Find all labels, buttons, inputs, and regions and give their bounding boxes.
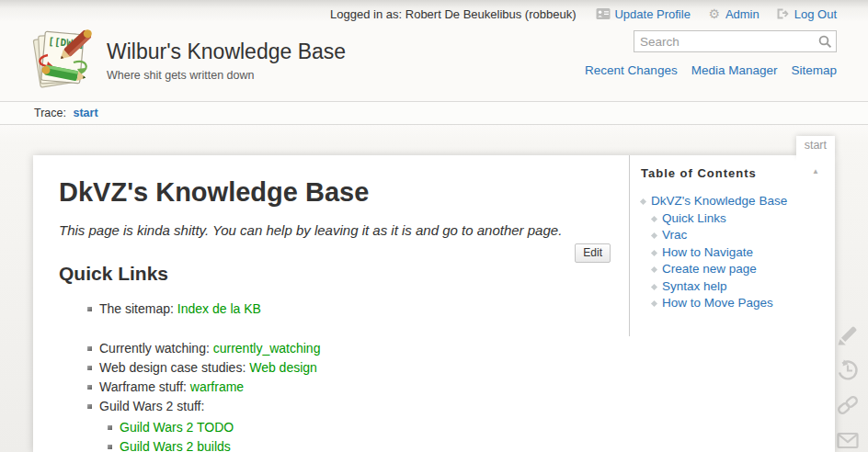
edit-pencil-icon[interactable] [836, 323, 860, 347]
nav-recent-changes[interactable]: Recent Changes [585, 63, 678, 77]
intro-text: This page is kinda shitty. You can help … [59, 222, 611, 238]
backlinks-icon[interactable] [836, 393, 860, 417]
search-icon[interactable] [818, 35, 832, 49]
toc-link-create-new-page[interactable]: Create new page [662, 262, 757, 276]
square-bullet-icon [87, 346, 92, 351]
toc-link-dkvz-kb[interactable]: DkVZ's Knowledge Base [651, 194, 787, 208]
link-web-design[interactable]: Web design [249, 360, 317, 375]
toc-link-how-to-move-pages[interactable]: How to Move Pages [662, 296, 773, 310]
tab-row: start [33, 136, 835, 155]
list-item: Web design case studies: Web design [87, 357, 611, 377]
nav-sitemap[interactable]: Sitemap [791, 63, 837, 77]
link-gw2-builds[interactable]: Guild Wars 2 builds [120, 439, 231, 452]
nav-media-manager[interactable]: Media Manager [691, 63, 778, 77]
content-row: DkVZ's Knowledge Base This page is kinda… [33, 155, 835, 452]
diamond-bullet-icon [651, 249, 657, 255]
diamond-bullet-icon [651, 232, 657, 239]
list-item: Guild Wars 2 TODO [108, 418, 611, 437]
table-of-contents: Table of Contents ▲ DkVZ's Knowledge Bas… [629, 155, 835, 336]
edit-row: Edit [59, 243, 611, 262]
toc-link-vrac[interactable]: Vrac [662, 228, 687, 242]
search-form [634, 30, 837, 52]
diamond-bullet-icon [651, 300, 657, 307]
toc-item: How to Navigate [641, 244, 824, 262]
search-input[interactable] [634, 30, 837, 52]
list-item: Currently watching: currently_watching [87, 338, 611, 357]
logout-link[interactable]: Log Out [776, 7, 837, 21]
breadcrumb-label: Trace: [34, 107, 66, 119]
toc-item: Create new page [641, 261, 824, 278]
email-icon[interactable] [836, 428, 860, 452]
guild-wars-sublist: Guild Wars 2 TODO Guild Wars 2 builds [87, 418, 611, 452]
list-item: Warframe stuff: warframe [87, 377, 611, 396]
admin-link[interactable]: ⚙ Admin [707, 7, 760, 21]
main-content: DkVZ's Knowledge Base This page is kinda… [33, 155, 629, 452]
dokuwiki-logo-icon[interactable]: [[DW]] [29, 28, 97, 94]
list-item: The sitemap: Index de la KB [87, 299, 611, 318]
site-tagline: Where shit gets written down [107, 69, 346, 82]
square-bullet-icon [87, 385, 92, 390]
quick-links-list-b: Currently watching: currently_watching W… [59, 338, 611, 452]
logout-icon [776, 7, 791, 21]
section-heading-quick-links: Quick Links [59, 263, 611, 285]
logged-in-text: Logged in as: Robert De Beukelibus (robb… [330, 7, 576, 21]
admin-label: Admin [725, 7, 760, 21]
toc-item: Syntax help [641, 278, 824, 296]
square-bullet-icon [87, 307, 92, 311]
toc-item: DkVZ's Knowledge Base [641, 193, 824, 210]
page-title: DkVZ's Knowledge Base [59, 178, 611, 206]
toc-collapse-icon[interactable]: ▲ [812, 167, 819, 175]
diamond-bullet-icon [651, 215, 657, 221]
diamond-bullet-icon [651, 283, 657, 289]
toc-title: Table of Contents [641, 166, 824, 180]
logout-label: Log Out [794, 7, 837, 21]
list-item-text: Web design case studies: [99, 360, 249, 375]
page-tools [830, 323, 865, 452]
header-right: Recent Changes Media Manager Sitemap [609, 30, 837, 77]
square-bullet-icon [108, 425, 112, 430]
list-item-text: Guild Wars 2 stuff: [99, 399, 204, 413]
toc-link-how-to-navigate[interactable]: How to Navigate [662, 245, 753, 259]
list-item: Guild Wars 2 builds [108, 437, 611, 452]
square-bullet-icon [87, 366, 92, 370]
breadcrumb-start-link[interactable]: start [73, 107, 97, 119]
link-index-de-la-kb[interactable]: Index de la KB [177, 301, 261, 316]
tab-start[interactable]: start [796, 136, 835, 155]
toc-link-quick-links[interactable]: Quick Links [662, 211, 726, 225]
list-item-text: Warframe stuff: [99, 379, 190, 394]
old-revisions-icon[interactable] [836, 358, 860, 382]
site-nav: Recent Changes Media Manager Sitemap [609, 63, 837, 77]
site-title[interactable]: Wilbur's Knowledge Base [107, 40, 346, 64]
edit-button[interactable]: Edit [575, 243, 611, 263]
diamond-bullet-icon [640, 198, 646, 205]
toc-item: How to Move Pages [641, 295, 824, 312]
link-currently-watching[interactable]: currently_watching [213, 341, 321, 356]
toc-link-syntax-help[interactable]: Syntax help [662, 279, 727, 293]
square-bullet-icon [87, 404, 92, 409]
breadcrumb: Trace: start [0, 101, 868, 125]
link-warframe[interactable]: warframe [190, 379, 244, 394]
update-profile-link[interactable]: Update Profile [596, 7, 690, 21]
site-titles: Wilbur's Knowledge Base Where shit gets … [107, 40, 346, 82]
toc-item: Quick Links [641, 210, 824, 228]
link-gw2-todo[interactable]: Guild Wars 2 TODO [120, 420, 234, 435]
list-item-text: The sitemap: [99, 301, 177, 316]
user-bar: Logged in as: Robert De Beukelibus (robb… [0, 0, 868, 28]
site-header: [[DW]] [0, 28, 868, 101]
user-card-icon [596, 7, 611, 21]
update-profile-label: Update Profile [614, 7, 690, 21]
quick-links-list-a: The sitemap: Index de la KB [59, 299, 611, 318]
list-item: Guild Wars 2 stuff: Guild Wars 2 TODO Gu… [87, 396, 611, 452]
diamond-bullet-icon [651, 266, 657, 273]
square-bullet-icon [108, 445, 112, 449]
list-item-text: Currently watching: [99, 341, 213, 356]
toc-list: DkVZ's Knowledge Base Quick Links Vrac H… [641, 193, 824, 312]
gear-icon: ⚙ [707, 7, 722, 21]
toc-item: Vrac [641, 227, 824, 244]
content-box: DkVZ's Knowledge Base This page is kinda… [33, 155, 835, 452]
